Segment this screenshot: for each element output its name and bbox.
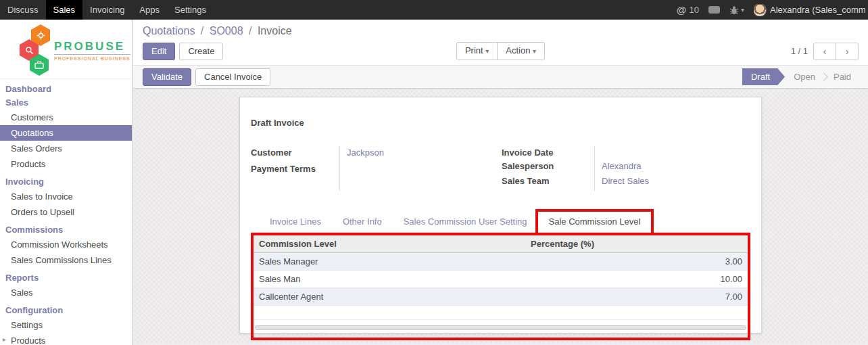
menu-apps[interactable]: Apps (132, 0, 167, 20)
state-open[interactable]: Open (785, 68, 824, 85)
customer-label: Customer (251, 146, 339, 162)
notebook-tabs: Invoice Lines Other Info Sales Commissio… (251, 211, 750, 233)
main-area: Quotations / SO008 / Invoice Edit Create… (133, 20, 868, 345)
sidebar-header-commissions[interactable]: Commissions (0, 220, 132, 237)
sidebar-item-sales-to-invoice[interactable]: Sales to Invoice (0, 189, 132, 204)
pager-previous-button[interactable]: ‹ (813, 43, 836, 60)
menu-settings[interactable]: Settings (167, 0, 214, 20)
messages-icon[interactable] (708, 6, 720, 14)
table-row-sales-man[interactable]: Sales Man 10.00 (254, 271, 748, 288)
mention-icon: @ (677, 4, 687, 16)
validate-button[interactable]: Validate (143, 68, 191, 86)
invoice-state-title: Draft Invoice (251, 118, 750, 128)
caret-down-icon: ▾ (533, 47, 536, 55)
breadcrumb-separator: / (246, 25, 254, 37)
pager-counter: 1 / 1 (791, 46, 808, 56)
cell-level: Sales Manager (254, 253, 525, 271)
sidebar-item-settings[interactable]: Settings (0, 317, 132, 333)
cancel-invoice-button[interactable]: Cancel Invoice (195, 68, 270, 86)
expand-arrow-icon: ▸ (3, 336, 6, 343)
annotation-box-table: Commission Level Percentage (%) Sales Ma… (251, 233, 750, 340)
debug-menu[interactable]: ▾ (729, 5, 744, 15)
sidebar-item-customers[interactable]: Customers (0, 110, 132, 125)
pager-next-button[interactable]: › (836, 43, 859, 60)
control-panel: Quotations / SO008 / Invoice Edit Create… (133, 20, 868, 65)
sidebar-header-dashboard[interactable]: Dashboard (0, 79, 132, 96)
sidebar-item-config-products[interactable]: ▸ Products (0, 333, 132, 345)
sidebar-item-commission-worksheets[interactable]: Commission Worksheets (0, 237, 132, 252)
sidebar-header-sales[interactable]: Sales (0, 96, 132, 110)
edit-button[interactable]: Edit (143, 43, 175, 60)
sidebar-header-reports[interactable]: Reports (0, 268, 132, 285)
form-view-background: Draft Invoice Customer Payment Terms Jac… (133, 89, 868, 344)
menu-invoicing[interactable]: Invoicing (82, 0, 132, 20)
create-button[interactable]: Create (179, 43, 223, 60)
cell-level: Callcenter Agent (254, 288, 525, 306)
tab-other-info[interactable]: Other Info (332, 211, 393, 232)
company-logo: PROBUSE PROFESSIONAL BUSINESS (0, 20, 132, 79)
cell-percentage: 10.00 (525, 271, 748, 288)
table-row-callcenter-agent[interactable]: Callcenter Agent 7.00 (254, 288, 748, 306)
invoice-sheet: Draft Invoice Customer Payment Terms Jac… (239, 97, 762, 334)
logo-tagline: PROFESSIONAL BUSINESS (54, 54, 130, 61)
print-label: Print (465, 45, 483, 55)
sidebar-item-products[interactable]: Products (0, 156, 132, 172)
column-header-percentage[interactable]: Percentage (%) (525, 235, 748, 253)
column-header-commission-level[interactable]: Commission Level (254, 235, 525, 253)
sidebar-item-sales-report[interactable]: Sales (0, 285, 132, 300)
cell-percentage: 3.00 (525, 253, 748, 271)
sidebar-item-sales-orders[interactable]: Sales Orders (0, 141, 132, 156)
sidebar-item-label: Products (11, 336, 45, 345)
menu-sales[interactable]: Sales (46, 0, 83, 20)
tab-sale-commission-level[interactable]: Sale Commission Level (538, 211, 652, 232)
print-dropdown-button[interactable]: Print ▾ (456, 42, 498, 60)
sidebar: PROBUSE PROFESSIONAL BUSINESS Dashboard … (0, 20, 132, 345)
status-pipeline: Draft Open Paid (742, 68, 860, 85)
customer-value[interactable]: Jackpson (347, 146, 502, 162)
salesperson-value[interactable]: Alexandra (602, 160, 750, 175)
sales-team-value[interactable]: Direct Sales (602, 175, 750, 191)
top-navbar: Discuss Sales Invoicing Apps Settings @ … (0, 0, 868, 20)
state-paid[interactable]: Paid (825, 68, 860, 85)
cell-level: Sales Man (254, 271, 525, 288)
invoice-date-label: Invoice Date (502, 146, 594, 160)
breadcrumb-quotations[interactable]: Quotations (143, 25, 195, 37)
user-menu[interactable]: Alexandra (Sales_comm.. (754, 4, 865, 16)
action-label: Action (506, 45, 530, 55)
avatar (754, 4, 766, 16)
bug-icon (729, 5, 739, 15)
sidebar-item-quotations[interactable]: Quotations (0, 125, 132, 141)
sales-team-label: Sales Team (502, 175, 594, 191)
field-group-right: Invoice Date Salesperson Sales Team Alex… (502, 146, 750, 191)
table-header-row: Commission Level Percentage (%) (254, 235, 748, 253)
field-group-left: Customer Payment Terms Jackpson (251, 146, 502, 191)
tab-label: Sale Commission Level (549, 216, 641, 227)
status-bar: Validate Cancel Invoice Draft Open Paid (133, 65, 868, 89)
tab-sales-commission-user-setting[interactable]: Sales Commission User Setting (393, 211, 538, 232)
menu-discuss[interactable]: Discuss (0, 0, 46, 20)
state-draft[interactable]: Draft (742, 68, 785, 85)
payment-terms-value[interactable] (347, 162, 502, 179)
sidebar-item-orders-to-upsell[interactable]: Orders to Upsell (0, 204, 132, 220)
payment-terms-label: Payment Terms (251, 162, 339, 179)
mention-count: 10 (690, 5, 699, 15)
table-row-sales-manager[interactable]: Sales Manager 3.00 (254, 253, 748, 271)
action-dropdown-button[interactable]: Action ▾ (497, 42, 545, 60)
caret-down-icon: ▾ (741, 6, 744, 14)
salesperson-label: Salesperson (502, 160, 594, 175)
sidebar-header-invoicing[interactable]: Invoicing (0, 172, 132, 189)
table-empty-row (254, 306, 748, 320)
breadcrumb-current: Invoice (258, 25, 292, 37)
mentions-counter[interactable]: @ 10 (677, 4, 699, 16)
tab-invoice-lines[interactable]: Invoice Lines (259, 211, 332, 232)
app-menus: Discuss Sales Invoicing Apps Settings (0, 0, 214, 20)
caret-down-icon: ▾ (485, 47, 489, 55)
breadcrumb-so008[interactable]: SO008 (210, 25, 243, 37)
sidebar-header-configuration[interactable]: Configuration (0, 300, 132, 317)
sidebar-item-sales-commissions-lines[interactable]: Sales Commissions Lines (0, 252, 132, 268)
horizontal-scrollbar[interactable] (255, 325, 746, 330)
invoice-date-value[interactable] (602, 146, 750, 160)
cell-percentage: 7.00 (525, 288, 748, 306)
breadcrumb: Quotations / SO008 / Invoice (143, 25, 859, 37)
logo-name: PROBUSE (54, 40, 130, 53)
